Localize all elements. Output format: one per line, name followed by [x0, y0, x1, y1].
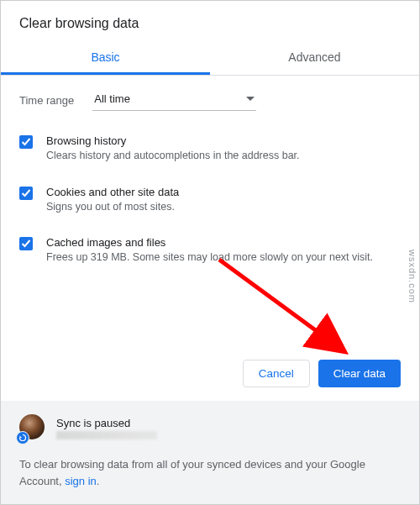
option-cache: Cached images and files Frees up 319 MB.… — [19, 236, 401, 266]
time-range-select[interactable]: All time — [92, 89, 256, 111]
option-title: Browsing history — [46, 134, 401, 147]
time-range-row: Time range All time — [19, 89, 401, 111]
sync-status: Sync is paused — [56, 417, 401, 429]
tab-basic[interactable]: Basic — [1, 39, 210, 75]
option-desc: Clears history and autocompletions in th… — [46, 149, 401, 164]
option-cookies: Cookies and other site data Signs you ou… — [19, 186, 401, 215]
option-desc: Frees up 319 MB. Some sites may load mor… — [46, 250, 401, 266]
sync-email-blurred — [56, 431, 157, 439]
dialog-actions: Cancel Clear data — [1, 348, 419, 401]
checkbox-cookies[interactable] — [19, 187, 33, 200]
clear-data-button[interactable]: Clear data — [318, 360, 401, 387]
tabs: Basic Advanced — [1, 39, 419, 76]
option-desc: Signs you out of most sites. — [46, 200, 401, 215]
check-icon — [21, 239, 31, 249]
option-texts: Cached images and files Frees up 319 MB.… — [46, 236, 401, 266]
check-icon — [21, 188, 31, 198]
cancel-button[interactable]: Cancel — [243, 360, 310, 387]
sync-row[interactable]: Sync is paused — [19, 414, 401, 441]
option-texts: Cookies and other site data Signs you ou… — [46, 186, 401, 215]
content: Time range All time Browsing history Cle… — [1, 76, 419, 348]
dialog-header: Clear browsing data — [1, 1, 419, 39]
dialog-title: Clear browsing data — [19, 16, 401, 31]
option-texts: Browsing history Clears history and auto… — [46, 134, 401, 164]
option-title: Cached images and files — [46, 236, 401, 249]
footer-period: . — [97, 475, 100, 487]
sync-paused-badge-icon — [16, 431, 29, 445]
tab-advanced[interactable]: Advanced — [210, 39, 419, 75]
footer-note: To clear browsing data from all of your … — [19, 456, 401, 489]
check-icon — [21, 137, 31, 147]
sync-texts: Sync is paused — [56, 417, 401, 439]
clear-browsing-dialog: Clear browsing data Basic Advanced Time … — [1, 1, 419, 504]
checkbox-cache[interactable] — [19, 237, 33, 250]
sign-in-link[interactable]: sign in — [65, 475, 97, 487]
option-browsing-history: Browsing history Clears history and auto… — [19, 134, 401, 164]
footer: Sync is paused To clear browsing data fr… — [1, 401, 419, 504]
checkbox-browsing-history[interactable] — [19, 135, 33, 149]
avatar-wrap — [19, 414, 46, 441]
time-range-label: Time range — [19, 94, 74, 107]
time-range-value: All time — [94, 92, 130, 105]
caret-down-icon — [246, 97, 255, 102]
option-title: Cookies and other site data — [46, 186, 401, 198]
